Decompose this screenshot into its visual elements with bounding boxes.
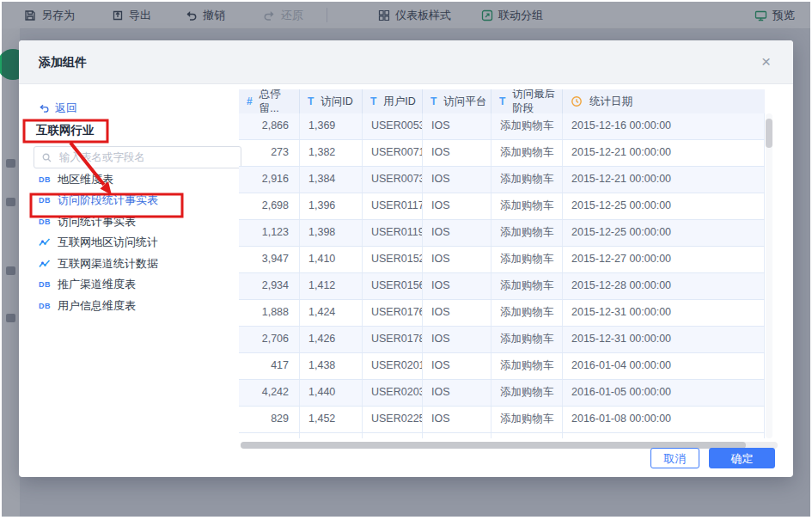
column-header[interactable]: T访问平台 bbox=[423, 89, 491, 113]
table-cell: 2015-12-28 00:00:00 bbox=[563, 273, 765, 299]
table-row: 417 1,438 USER0201 IOS 添加购物车 2016-01-04 … bbox=[239, 353, 765, 380]
table-cell: 829 bbox=[239, 407, 300, 432]
table-cell: USER0203 bbox=[363, 380, 423, 406]
modal-header: 添加组件 × bbox=[19, 40, 793, 84]
dataset-label: 推广渠道维度表 bbox=[58, 277, 136, 292]
table-cell: IOS bbox=[423, 140, 491, 166]
table-cell: USER0225 bbox=[363, 407, 423, 432]
vertical-scrollbar-track bbox=[766, 113, 772, 438]
table-cell: 2016-01-08 00:00:00 bbox=[563, 407, 765, 432]
dataset-label: 访问阶段统计事实表 bbox=[58, 193, 158, 208]
table-row: 2,866 1,369 USER0053 IOS 添加购物车 2015-12-1… bbox=[239, 113, 765, 140]
dataset-item[interactable]: DB 访问统计事实表 bbox=[39, 211, 136, 232]
table-cell: 1,424 bbox=[300, 300, 363, 326]
table-cell: 1,410 bbox=[300, 247, 363, 272]
table-cell: 2015-12-31 00:00:00 bbox=[563, 327, 765, 352]
table-cell: 添加购物车 bbox=[491, 220, 563, 246]
dataset-label: 互联网渠道统计数据 bbox=[58, 256, 158, 272]
table-cell: USER0176 bbox=[363, 300, 423, 326]
table-cell: 1,412 bbox=[300, 273, 363, 299]
column-header[interactable]: #总停留... bbox=[239, 89, 300, 113]
confirm-button[interactable]: 确定 bbox=[709, 448, 775, 468]
dataset-item[interactable]: DB 用户信息维度表 bbox=[39, 296, 136, 316]
text-type-icon: T bbox=[499, 95, 505, 107]
table-cell: 1,384 bbox=[300, 167, 363, 193]
table-row: 1,888 1,424 USER0176 IOS 添加购物车 2015-12-3… bbox=[239, 300, 765, 327]
table-cell: IOS bbox=[423, 193, 491, 219]
table-cell: USER0201 bbox=[363, 353, 423, 379]
close-icon[interactable]: × bbox=[761, 52, 771, 72]
search-icon bbox=[41, 152, 52, 163]
vertical-scrollbar-thumb[interactable] bbox=[766, 119, 772, 148]
db-table-icon: DB bbox=[39, 302, 51, 310]
table-cell: 添加购物车 bbox=[491, 193, 563, 219]
back-button[interactable]: 返回 bbox=[39, 101, 77, 116]
column-label: 访问平台 bbox=[443, 95, 486, 109]
table-row-partial bbox=[239, 433, 765, 438]
table-cell: 添加购物车 bbox=[491, 113, 563, 139]
search-box bbox=[34, 146, 241, 168]
table-cell: USER0119 bbox=[363, 220, 423, 246]
table-cell: USER0053 bbox=[363, 113, 423, 139]
column-header[interactable]: T访问ID bbox=[300, 89, 363, 113]
db-table-icon: DB bbox=[39, 217, 51, 226]
column-label: 用户ID bbox=[383, 95, 416, 109]
table-cell: 2015-12-31 00:00:00 bbox=[563, 300, 765, 326]
search-input[interactable] bbox=[58, 150, 234, 164]
table-header: #总停留... T访问ID T用户ID T访问平台 T访问最后阶段 统计日期 bbox=[239, 89, 765, 113]
table-cell: IOS bbox=[423, 407, 491, 432]
table-cell: USER0071 bbox=[363, 140, 423, 166]
data-preview-table: #总停留... T访问ID T用户ID T访问平台 T访问最后阶段 统计日期 2… bbox=[239, 89, 765, 438]
table-row: 3,947 1,410 USER0152 IOS 添加购物车 2015-12-2… bbox=[239, 247, 765, 273]
table-cell: 1,888 bbox=[239, 300, 300, 326]
table-cell: USER0117 bbox=[363, 193, 423, 219]
column-header[interactable]: T访问最后阶段 bbox=[491, 89, 563, 113]
table-row: 2,934 1,412 USER0156 IOS 添加购物车 2015-12-2… bbox=[239, 273, 765, 300]
back-arrow-icon bbox=[39, 103, 50, 114]
column-label: 访问最后阶段 bbox=[512, 89, 562, 116]
table-row: 2,698 1,396 USER0117 IOS 添加购物车 2015-12-2… bbox=[239, 193, 765, 220]
table-cell: 添加购物车 bbox=[491, 407, 563, 432]
table-cell: IOS bbox=[423, 273, 491, 299]
column-label: 统计日期 bbox=[589, 95, 632, 109]
table-cell: 添加购物车 bbox=[491, 140, 563, 166]
table-cell: 3,947 bbox=[239, 247, 300, 272]
table-cell: 2,698 bbox=[239, 193, 300, 219]
dataset-label: 访问统计事实表 bbox=[58, 214, 136, 229]
table-cell: 4,242 bbox=[239, 380, 300, 406]
table-cell: 添加购物车 bbox=[491, 273, 563, 299]
table-cell: 1,398 bbox=[300, 220, 363, 246]
table-cell: IOS bbox=[423, 300, 491, 326]
add-component-modal: 添加组件 × 返回 互联网行业 DB 地区维度表 DB 访问阶段统计事实表 DB bbox=[19, 40, 793, 477]
table-cell: 2015-12-25 00:00:00 bbox=[563, 220, 765, 246]
column-header[interactable]: T用户ID bbox=[363, 89, 423, 113]
dataset-item-selected[interactable]: DB 访问阶段统计事实表 bbox=[39, 190, 158, 211]
table-cell: IOS bbox=[423, 113, 491, 139]
dataset-label: 地区维度表 bbox=[58, 172, 113, 187]
table-row: 2,706 1,426 USER0178 IOS 添加购物车 2015-12-3… bbox=[239, 327, 765, 353]
dataset-label: 互联网地区访问统计 bbox=[58, 235, 158, 250]
table-cell: USER0178 bbox=[363, 327, 423, 352]
table-cell: 1,452 bbox=[300, 407, 363, 432]
column-header[interactable]: 统计日期 bbox=[563, 89, 765, 113]
table-cell: IOS bbox=[423, 380, 491, 406]
table-cell: USER0152 bbox=[363, 247, 423, 272]
table-cell: IOS bbox=[423, 220, 491, 246]
column-label: 访问ID bbox=[321, 95, 353, 109]
column-label: 总停留... bbox=[259, 89, 299, 116]
table-cell: 添加购物车 bbox=[491, 327, 563, 352]
table-cell: 2015-12-27 00:00:00 bbox=[563, 247, 765, 272]
cancel-button[interactable]: 取消 bbox=[650, 448, 699, 468]
table-cell: 添加购物车 bbox=[491, 167, 563, 193]
db-table-icon: DB bbox=[39, 280, 51, 289]
table-cell: 2015-12-21 00:00:00 bbox=[563, 167, 765, 193]
table-cell: 添加购物车 bbox=[491, 380, 563, 406]
dataset-item[interactable]: DB 推广渠道维度表 bbox=[39, 274, 136, 295]
dataset-item[interactable]: 互联网地区访问统计 bbox=[39, 232, 158, 253]
dataset-item[interactable]: 互联网渠道统计数据 bbox=[39, 254, 158, 274]
dataset-item[interactable]: DB 地区维度表 bbox=[39, 169, 113, 190]
table-cell: 1,382 bbox=[300, 140, 363, 166]
date-type-icon bbox=[571, 95, 583, 107]
table-cell: 1,369 bbox=[300, 113, 363, 139]
table-cell: IOS bbox=[423, 247, 491, 272]
